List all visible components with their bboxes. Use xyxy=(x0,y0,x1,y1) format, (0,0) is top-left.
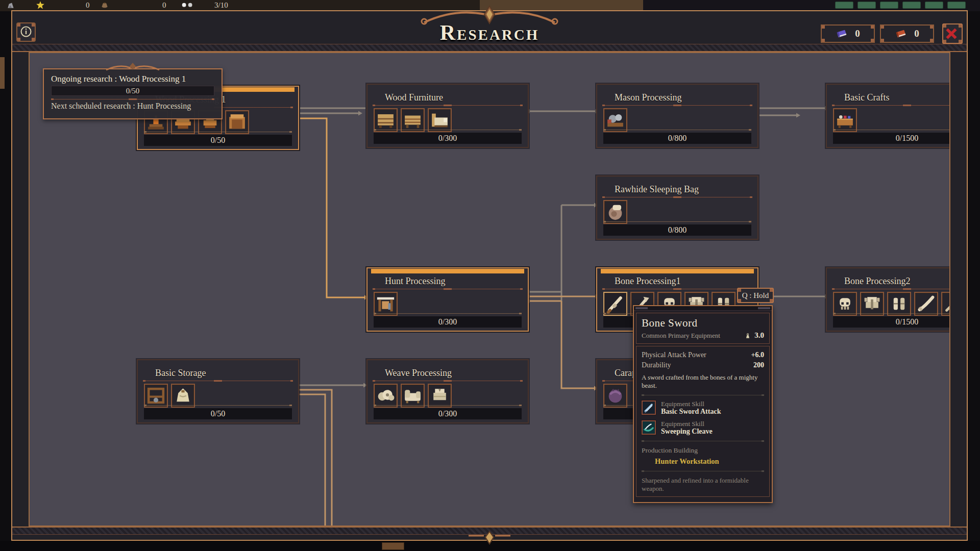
research-progress: 0/1500 xyxy=(833,316,950,328)
item-icon-bone-spear[interactable] xyxy=(941,292,950,316)
hud-button[interactable] xyxy=(947,2,966,9)
panel-titlebar: Research 0 0 xyxy=(12,11,967,44)
background-hud: 0 0 3/10 xyxy=(0,0,980,11)
node-title: Basic Crafts xyxy=(844,92,889,103)
node-title: Wood Furniture xyxy=(385,92,443,103)
research-progress: 0/300 xyxy=(374,408,522,419)
production-building-name: Hunter Workstation xyxy=(655,457,764,466)
hud-count: 0 xyxy=(86,0,90,11)
item-icon-dresser[interactable] xyxy=(374,108,398,132)
hud-button[interactable] xyxy=(857,2,876,9)
item-icon-storage-rack[interactable] xyxy=(144,384,168,408)
next-research-label: Next scheduled research : Hunt Processin… xyxy=(51,102,214,111)
hud-button[interactable] xyxy=(835,2,853,9)
ongoing-research-tooltip: Ongoing research : Wood Processing 1 0/5… xyxy=(43,68,223,119)
close-button[interactable] xyxy=(942,23,963,44)
node-progress-divider xyxy=(833,129,950,131)
production-building-label: Production Building xyxy=(642,446,764,455)
item-icon-wood-structure[interactable] xyxy=(225,110,249,134)
research-node-wood-furniture[interactable]: Wood Furniture0/300 xyxy=(366,84,529,148)
item-icon-stone-mill[interactable] xyxy=(603,108,627,132)
research-progress: 0/50 xyxy=(144,135,292,146)
research-tree-canvas[interactable]: Wood Processing 10/50Wood Furniture0/300… xyxy=(29,52,950,527)
node-progress-divider xyxy=(374,313,522,314)
tooltip-crest-ornament xyxy=(102,62,163,71)
node-item-icons xyxy=(833,292,950,316)
item-icon-storage-sack[interactable] xyxy=(171,384,195,408)
node-item-icons xyxy=(603,200,627,224)
research-progress: 0/50 xyxy=(144,408,292,419)
node-title-divider xyxy=(832,105,950,106)
research-node-hunt-processing[interactable]: Hunt Processing0/300 xyxy=(366,267,529,332)
node-progress-divider xyxy=(603,221,751,222)
hud-button[interactable] xyxy=(880,2,898,9)
item-description: A sword crafted from the bones of a migh… xyxy=(642,373,764,390)
item-name: Bone Sword xyxy=(642,317,764,330)
item-rarity-type: Common Primary Equipment xyxy=(642,332,744,340)
tooltip-title-box: Bone Sword Common Primary Equipment 3.0 xyxy=(636,313,770,344)
item-icon-hunter-workstation[interactable] xyxy=(374,292,398,316)
research-panel: Research 0 0 Wood Processing 10/50Wood F… xyxy=(11,10,968,541)
research-node-rawhide-sleeping-bag[interactable]: Rawhide Sleeping Bag0/800 xyxy=(596,176,758,240)
node-title-divider xyxy=(602,288,752,290)
node-title-divider xyxy=(602,105,752,106)
item-icon-bone-boots[interactable] xyxy=(887,292,911,316)
item-icon-wool-roll[interactable] xyxy=(374,384,398,408)
research-node-basic-crafts[interactable]: Basic Crafts0/1500 xyxy=(826,84,950,148)
divider xyxy=(51,98,214,100)
research-node-mason-processing[interactable]: Mason Processing0/800 xyxy=(596,84,758,148)
node-item-icons xyxy=(144,384,195,408)
hud-button[interactable] xyxy=(925,2,943,9)
skill-label: Equipment Skill xyxy=(661,420,713,428)
node-title: Hunt Processing xyxy=(385,276,446,287)
skill-name: Basic Sword Attack xyxy=(661,408,721,416)
research-node-weave-processing[interactable]: Weave Processing0/300 xyxy=(366,359,529,423)
item-icon-crafting-table[interactable] xyxy=(833,108,857,132)
decorative-strip-bottom xyxy=(12,527,967,535)
research-node-bone-processing-2[interactable]: Bone Processing20/1500 xyxy=(826,267,950,332)
research-node-basic-storage[interactable]: Basic Storage0/50 xyxy=(137,359,299,423)
node-title: Mason Processing xyxy=(615,92,682,103)
item-weight-value: 3.0 xyxy=(754,331,764,340)
item-icon-bone-sword[interactable] xyxy=(603,292,627,316)
skill-label: Equipment Skill xyxy=(661,400,721,408)
item-icon-bone-helmet[interactable] xyxy=(833,292,857,316)
item-icon-cushion[interactable] xyxy=(401,384,425,408)
item-flavor-text: Sharpened and refined into a formidable … xyxy=(642,477,764,493)
node-item-icons xyxy=(603,384,627,408)
item-icon-bone-armor[interactable] xyxy=(860,292,884,316)
node-title-divider xyxy=(832,288,950,290)
hud-button[interactable] xyxy=(902,2,921,9)
node-title: Basic Storage xyxy=(155,368,206,379)
ongoing-research-label: Ongoing research : Wood Processing 1 xyxy=(51,74,214,84)
item-icon-bed[interactable] xyxy=(428,108,452,132)
node-item-icons xyxy=(603,108,627,132)
node-progress-divider xyxy=(374,129,522,131)
red-book-icon xyxy=(895,28,907,40)
stat-label: Durability xyxy=(642,360,753,370)
item-icon-carapace-shell[interactable] xyxy=(603,384,627,408)
node-progress-divider xyxy=(144,131,292,133)
research-point-counters: 0 0 xyxy=(821,23,963,44)
research-points-advanced: 0 xyxy=(880,24,934,43)
research-progress: 0/300 xyxy=(374,133,522,144)
item-icon-cloth-armor[interactable] xyxy=(428,384,452,408)
stat-row: Physical Attack Power +6.0 xyxy=(642,350,764,360)
node-title: Bone Processing2 xyxy=(844,276,911,287)
research-progress: 0/300 xyxy=(374,316,522,328)
tooltip-body-box: Physical Attack Power +6.0 Durability 20… xyxy=(636,346,770,497)
item-icon-bone-blade[interactable] xyxy=(914,292,938,316)
node-title-divider xyxy=(373,288,523,290)
divider xyxy=(642,440,764,442)
rock-icon xyxy=(6,1,15,10)
item-icon-wooden-table[interactable] xyxy=(401,108,425,132)
item-tooltip: Bone Sword Common Primary Equipment 3.0 … xyxy=(633,305,773,503)
research-progress: 0/800 xyxy=(603,133,751,144)
node-item-icons xyxy=(374,292,398,316)
tooltip-header-strip xyxy=(634,306,772,311)
decorative-strip-top xyxy=(12,44,967,52)
sweep-arc-skill-icon xyxy=(642,420,656,435)
node-item-icons xyxy=(833,108,857,132)
sword-slash-skill-icon xyxy=(642,400,656,415)
item-icon-sleeping-bag[interactable] xyxy=(603,200,627,224)
